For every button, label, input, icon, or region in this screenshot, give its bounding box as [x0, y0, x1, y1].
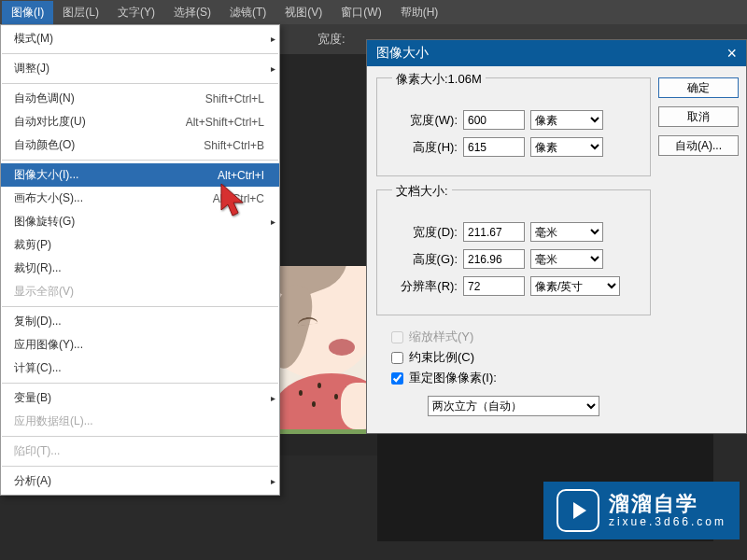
image-menu: 模式(M)▸ 调整(J)▸ 自动色调(N)Shift+Ctrl+L 自动对比度(… — [0, 24, 280, 496]
pixel-dimensions-legend: 像素大小:1.06M — [392, 71, 486, 88]
document-artwork — [280, 266, 374, 434]
menu-canvas-size[interactable]: 画布大小(S)...Alt+Ctrl+C — [1, 187, 279, 210]
px-width-label: 宽度(W): — [387, 112, 458, 129]
menu-duplicate[interactable]: 复制(D)... — [1, 310, 279, 333]
submenu-arrow-icon: ▸ — [271, 34, 275, 44]
doc-width-input[interactable] — [463, 222, 525, 242]
px-height-unit[interactable]: 像素 — [530, 137, 603, 157]
menu-image-rotate[interactable]: 图像旋转(G)▸ — [1, 210, 279, 233]
menubar: 图像(I) 图层(L) 文字(Y) 选择(S) 滤镜(T) 视图(V) 窗口(W… — [0, 0, 747, 24]
menu-help[interactable]: 帮助(H) — [391, 1, 448, 24]
constrain-row: 约束比例(C) — [391, 349, 651, 366]
menu-filter[interactable]: 滤镜(T) — [220, 1, 275, 24]
width-label: 宽度: — [317, 31, 345, 48]
px-height-input[interactable] — [463, 137, 525, 157]
px-width-unit[interactable]: 像素 — [530, 110, 603, 130]
watermark-en: zixue.3d66.com — [609, 516, 726, 528]
doc-height-unit[interactable]: 毫米 — [530, 249, 603, 269]
menu-auto-tone[interactable]: 自动色调(N)Shift+Ctrl+L — [1, 87, 279, 110]
submenu-arrow-icon: ▸ — [271, 217, 275, 227]
menu-auto-contrast[interactable]: 自动对比度(U)Alt+Shift+Ctrl+L — [1, 110, 279, 133]
interpolation-select[interactable]: 两次立方（自动） — [428, 396, 599, 416]
scale-styles-checkbox — [391, 331, 403, 343]
watermark: 溜溜自学 zixue.3d66.com — [543, 482, 740, 539]
menu-image[interactable]: 图像(I) — [2, 1, 53, 24]
menu-mode[interactable]: 模式(M)▸ — [1, 27, 279, 50]
menu-window[interactable]: 窗口(W) — [331, 1, 390, 24]
submenu-arrow-icon: ▸ — [271, 393, 275, 403]
auto-button[interactable]: 自动(A)... — [658, 135, 739, 156]
menu-auto-color[interactable]: 自动颜色(O)Shift+Ctrl+B — [1, 133, 279, 157]
menu-apply-dataset: 应用数据组(L)... — [1, 410, 279, 433]
submenu-arrow-icon: ▸ — [271, 63, 275, 74]
menu-apply-image[interactable]: 应用图像(Y)... — [1, 333, 279, 357]
resolution-label: 分辨率(R): — [387, 278, 458, 295]
resample-row: 重定图像像素(I): — [391, 370, 651, 386]
dialog-titlebar: 图像大小 × — [367, 40, 746, 66]
menu-layer[interactable]: 图层(L) — [53, 1, 108, 24]
dialog-title-text: 图像大小 — [376, 45, 429, 62]
menu-variables[interactable]: 变量(B)▸ — [1, 386, 279, 410]
play-icon — [557, 489, 599, 532]
submenu-arrow-icon: ▸ — [271, 476, 275, 486]
image-size-dialog: 图像大小 × 像素大小:1.06M 宽度(W): 像素 高度(H): 像素 文档… — [366, 39, 747, 434]
close-icon[interactable]: × — [726, 44, 737, 63]
doc-height-input[interactable] — [463, 249, 525, 269]
doc-width-label: 宽度(D): — [387, 224, 458, 241]
doc-width-unit[interactable]: 毫米 — [530, 222, 603, 242]
doc-height-label: 高度(G): — [387, 251, 458, 268]
menu-analysis[interactable]: 分析(A)▸ — [1, 469, 279, 493]
cancel-button[interactable]: 取消 — [658, 106, 739, 127]
menu-trim[interactable]: 裁切(R)... — [1, 257, 279, 280]
scale-styles-row: 缩放样式(Y) — [391, 329, 651, 345]
ok-button[interactable]: 确定 — [658, 77, 739, 98]
resolution-unit[interactable]: 像素/英寸 — [530, 276, 620, 296]
menu-adjust[interactable]: 调整(J)▸ — [1, 57, 279, 80]
resolution-input[interactable] — [463, 276, 525, 296]
watermark-cn: 溜溜自学 — [609, 493, 726, 515]
document-size-legend: 文档大小: — [392, 183, 452, 200]
menu-select[interactable]: 选择(S) — [164, 1, 220, 24]
menu-image-size[interactable]: 图像大小(I)...Alt+Ctrl+I — [1, 163, 279, 187]
menu-trap: 陷印(T)... — [1, 440, 279, 463]
menu-crop[interactable]: 裁剪(P) — [1, 233, 279, 257]
resample-checkbox[interactable] — [391, 372, 403, 385]
menu-calculations[interactable]: 计算(C)... — [1, 357, 279, 380]
menu-reveal-all: 显示全部(V) — [1, 280, 279, 303]
px-width-input[interactable] — [463, 110, 525, 130]
px-height-label: 高度(H): — [387, 139, 458, 156]
menu-text[interactable]: 文字(Y) — [108, 1, 164, 24]
menu-view[interactable]: 视图(V) — [275, 1, 331, 24]
constrain-checkbox[interactable] — [391, 352, 403, 364]
